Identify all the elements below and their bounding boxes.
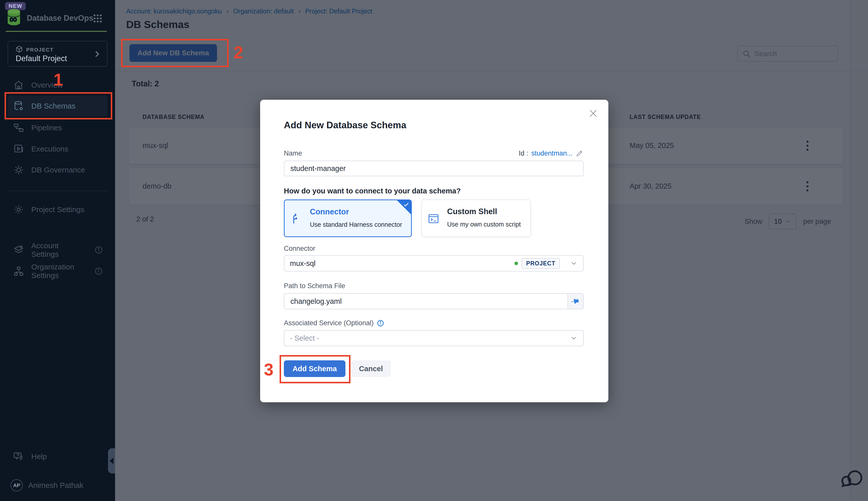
close-icon[interactable] [588,108,599,119]
executions-icon [13,143,24,154]
service-placeholder: - Select - [290,334,319,342]
user-menu[interactable]: AP Animesh Pathak [7,475,107,496]
sidebar-item-executions[interactable]: Executions [8,138,108,160]
user-name: Animesh Pathak [28,481,83,490]
project-cube-icon [15,45,23,54]
sidebar-item-account-settings[interactable]: Account Settings [8,239,108,260]
option-subtitle: Use standard Harness connector [310,221,402,228]
connector-label: Connector [284,245,316,253]
chevron-right-icon [92,50,101,58]
chevron-down-icon [570,259,578,267]
edit-id-pencil-icon[interactable] [575,149,584,157]
sidebar: NEW Database DevOps PROJE [0,0,115,501]
name-label: Name [284,149,302,157]
info-icon[interactable] [377,319,384,327]
connect-question: How do you want to connect to your data … [284,187,461,195]
pipelines-icon [13,122,24,133]
sidebar-item-overview[interactable]: Overview [8,74,108,96]
sidebar-item-label: Help [31,452,47,461]
app-root: NEW Database DevOps PROJE [0,0,868,501]
logo-underline [6,31,107,32]
option-title: Custom Shell [447,207,497,216]
connector-status-dot [515,262,518,265]
sidebar-item-pipelines[interactable]: Pipelines [8,117,108,138]
modal-title: Add New Database Schema [284,120,406,130]
database-devops-logo-icon [6,9,22,25]
home-icon [13,79,24,90]
governance-gear-icon [13,164,24,175]
sidebar-item-label: Project Settings [31,205,84,214]
sidebar-collapse-handle[interactable] [108,448,115,473]
org-tree-gear-icon [13,266,24,277]
terminal-icon [427,213,440,225]
pin-button[interactable] [568,294,583,309]
connector-value: mux-sql [290,259,316,268]
sidebar-item-label: Overview [31,81,63,89]
info-icon[interactable] [95,246,103,254]
sidebar-item-label: Organization Settings [31,263,87,280]
schema-name-input[interactable] [284,161,584,176]
project-name: Default Project [16,54,67,63]
avatar: AP [11,479,23,491]
sidebar-item-organization-settings[interactable]: Organization Settings [8,260,108,282]
sidebar-item-label: Pipelines [31,124,62,132]
connector-select[interactable]: mux-sql PROJECT [284,255,584,271]
name-field-header: Name Id : studentman... [284,149,584,157]
service-field-header: Associated Service (Optional) [284,319,384,327]
check-icon [403,202,409,207]
cancel-button[interactable]: Cancel [351,360,391,377]
option-subtitle: Use my own custom script [447,221,521,228]
sidebar-divider [8,191,108,191]
path-field [284,293,584,309]
sidebar-item-label: DB Schemas [31,102,75,110]
id-prefix: Id : [519,149,528,157]
thumbtack-icon [570,296,581,307]
add-db-schema-modal: Add New Database Schema Name Id : studen… [260,100,608,402]
option-custom-shell[interactable]: Custom Shell Use my own custom script [421,200,531,237]
gear-icon [13,204,24,215]
sidebar-item-label: DB Governance [31,166,85,174]
sidebar-item-project-settings[interactable]: Project Settings [8,199,108,220]
sidebar-item-label: Executions [31,145,68,153]
path-input[interactable] [284,294,568,309]
service-label: Associated Service (Optional) [284,319,374,327]
layers-gear-icon [13,244,24,256]
branch-arrows-icon [290,213,302,225]
app-grid-icon[interactable] [92,13,103,24]
add-schema-button[interactable]: Add Schema [284,360,345,377]
sidebar-item-db-governance[interactable]: DB Governance [8,159,108,181]
chevron-down-icon [570,334,578,342]
db-schema-icon [13,100,24,111]
sidebar-item-db-schemas[interactable]: DB Schemas [8,95,108,117]
service-select[interactable]: - Select - [284,330,584,346]
option-connector[interactable]: Connector Use standard Harness connector [284,200,412,237]
sidebar-item-help[interactable]: Help [8,446,108,467]
help-chat-icon [13,451,24,462]
project-scope-label: PROJECT [26,47,54,53]
schema-id: Id : studentman... [519,149,584,157]
app-title: Database DevOps [27,14,94,23]
connector-scope-badge: PROJECT [521,258,560,269]
chevron-left-icon [110,458,113,464]
info-icon[interactable] [95,267,103,276]
option-title: Connector [310,207,349,216]
project-selector[interactable]: PROJECT Default Project [8,41,108,67]
sidebar-item-label: Account Settings [31,242,87,258]
id-value-link[interactable]: studentman... [531,149,572,157]
path-label: Path to Schema File [284,282,345,290]
